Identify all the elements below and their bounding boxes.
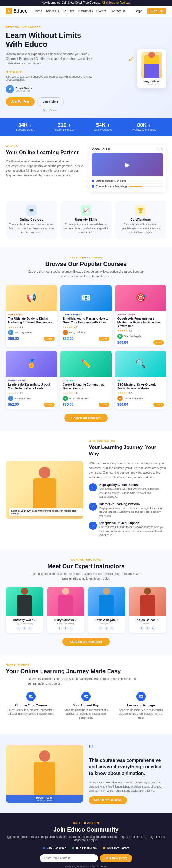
nav-courses[interactable]: Courses (62, 9, 74, 13)
nav-home[interactable]: Home (34, 9, 42, 13)
feature-title-skills: Upgrade Skills (63, 218, 108, 221)
comm-dot-1 (72, 847, 74, 849)
instructor-info-2: David Aplegate ✓ Google Ads f t in (88, 616, 125, 633)
progress-inner-1 (128, 181, 153, 181)
community-note: * Join 54,000+ other online learners. (6, 865, 166, 868)
hero-description: Want to improve or expand your career an… (6, 52, 93, 66)
why-choose-desc: With convenient easy-to-access course ma… (89, 461, 166, 480)
enroll-button-4[interactable]: Enroll (99, 403, 109, 407)
video-list-item-1[interactable]: Course Started Marketing (92, 178, 163, 184)
nav-instructors[interactable]: Instructors (78, 9, 93, 13)
enroll-button-2[interactable]: Enroll (153, 340, 164, 345)
signup-button[interactable]: Sign Up (147, 8, 166, 14)
course-price-3: $52.00 (8, 403, 19, 407)
join-free-button[interactable]: Join For Free (6, 97, 35, 106)
hero-section: Best Online Course Learn Without Limits … (0, 17, 172, 118)
course-card-0: 📢 MARKETING The Ultimate Guide to Digita… (6, 285, 57, 347)
testimonial-subtext: Lorem ipsum dolor sit amet consectetur a… (89, 780, 166, 793)
nav-contact[interactable]: Contact Us (110, 9, 125, 13)
course-body-0: MARKETING The Ultimate Guide to Digital … (6, 311, 57, 343)
instructor-card-2: David Aplegate ✓ Google Ads f t in (88, 587, 125, 633)
video-list-item-2[interactable]: Course Material Marketing (92, 184, 163, 189)
social-tw-2[interactable]: t (104, 626, 109, 630)
social-links-1: f t in (49, 626, 82, 630)
social-fb-3[interactable]: f (139, 626, 144, 630)
comm-dot-0 (42, 847, 45, 849)
logo[interactable]: E Educo (6, 8, 28, 14)
hero-tag: Best Online Course (6, 26, 93, 29)
search-all-button[interactable]: Search All Courses (64, 414, 108, 422)
enroll-button-1[interactable]: Enroll (99, 337, 109, 341)
video-item-name-2: Course Material Marketing (96, 185, 127, 188)
course-body-4: CONTENT Create Engaging Content that Dri… (60, 377, 111, 409)
topbar-message: New Members: Join Now Get 2 Free Courses… (42, 1, 102, 4)
social-li-3[interactable]: in (151, 626, 156, 630)
course-thumb-3: 🏅 (6, 350, 57, 377)
progress-outer-2 (129, 186, 163, 187)
instructor-card-0: Anthony Wade ✓ Digital Marketing f t in (6, 587, 43, 633)
feature-card-online: 💻 Online Courses Thousands of premium on… (6, 201, 57, 239)
why-feature-title-0: High-Quality Content Course (99, 483, 166, 487)
comm-stat-0: 54K+ Courses (42, 846, 66, 849)
feature-desc-skills: Expand your capabilities with hands-on p… (63, 222, 108, 235)
social-li-0[interactable]: in (28, 626, 33, 630)
rating-2: 4.9 (129, 330, 132, 332)
instructor-avatar-0: A (8, 330, 13, 335)
read-reviews-button[interactable]: Read More Reviews (89, 796, 127, 804)
course-body-5: SEO SEO Mastery: Drive Organic Traffic t… (115, 377, 166, 409)
social-fb-1[interactable]: f (58, 626, 62, 630)
course-card-1: 📧 DEVELOPMENT Email Marketing Mastery: H… (60, 285, 111, 347)
social-fb-2[interactable]: f (98, 626, 103, 630)
why-feature-icon-0: ✓ (89, 483, 97, 492)
enroll-button-3[interactable]: Enroll (44, 403, 55, 407)
become-instructor-button[interactable]: Become an Instructor (62, 638, 109, 646)
social-fb-0[interactable]: f (16, 626, 21, 630)
nav-about[interactable]: About Us (46, 9, 59, 13)
instructor-img-1 (47, 587, 84, 616)
enroll-button-5[interactable]: Enroll (153, 403, 164, 407)
header-actions: Login Sign Up (132, 8, 166, 14)
popular-courses-tag: FEATURED COURSES (6, 256, 166, 259)
social-tw-0[interactable]: t (22, 626, 27, 630)
social-tw-1[interactable]: t (63, 626, 68, 630)
course-footer-5: $60.00 Enroll (117, 403, 164, 407)
video-thumbnail[interactable]: ▶ (92, 153, 163, 177)
instructor-avatar-1: B (63, 330, 68, 335)
popular-courses-section: FEATURED COURSES Browse Our Popular Cour… (0, 247, 172, 431)
course-card-3: 🏅 MANAGEMENT Leadership Essentials: Unlo… (6, 350, 57, 409)
why-us-section: WHY US Your Online Learning Partner You'… (0, 136, 172, 201)
instructor-image (141, 52, 162, 78)
course-category-4: CONTENT (63, 379, 109, 382)
verified-icon-3: ✓ (156, 619, 158, 622)
social-links-2: f t in (90, 626, 123, 630)
course-thumb-4: ✏️ (60, 350, 111, 377)
social-li-2[interactable]: in (110, 626, 114, 630)
why-us-tag: WHY US (6, 145, 83, 148)
course-price-5: $60.00 (117, 403, 128, 407)
nav-events[interactable]: Events (97, 9, 106, 13)
course-card-5: 🔍 SEO SEO Mastery: Drive Organic Traffic… (115, 350, 166, 409)
social-tw-3[interactable]: t (145, 626, 150, 630)
login-button[interactable]: Login (132, 8, 145, 14)
join-community-button[interactable]: Join Now (Free) (100, 854, 132, 862)
social-li-1[interactable]: in (69, 626, 74, 630)
rating-1: 4.7 (74, 326, 77, 329)
course-instructor-2: D David Aplegate (117, 334, 164, 339)
topbar-link[interactable]: Click Here to Register (102, 1, 130, 4)
feature-card-skills: 📈 Upgrade Skills Expand your capabilitie… (60, 201, 111, 239)
instructor-img-3 (129, 587, 167, 616)
learn-more-button[interactable]: Learn More (37, 97, 64, 106)
why-choose-left: Learn at your own pace with lifetime acc… (6, 461, 83, 519)
step-desc-2: Sapiente blanditiis itaque consequatur a… (116, 708, 166, 720)
stat-success: 34K + Success Stories (16, 122, 35, 131)
email-input[interactable] (40, 854, 98, 862)
instructors-tag: OUR INSTRUCTORS (6, 558, 166, 561)
how-tag: HOW IT WORKS (6, 663, 166, 666)
enroll-button-0[interactable]: Enroll (44, 337, 55, 341)
stat-num-members: 80K + (132, 122, 156, 128)
stars-3: ★★★★★ (8, 392, 19, 394)
course-instructor-5: B Barbara Hudkins (117, 396, 164, 401)
instructors-title: Meet Our Expert Instructors (6, 562, 166, 570)
verified-icon-1: ✓ (75, 619, 77, 622)
course-thumb-5: 🔍 (115, 350, 166, 377)
